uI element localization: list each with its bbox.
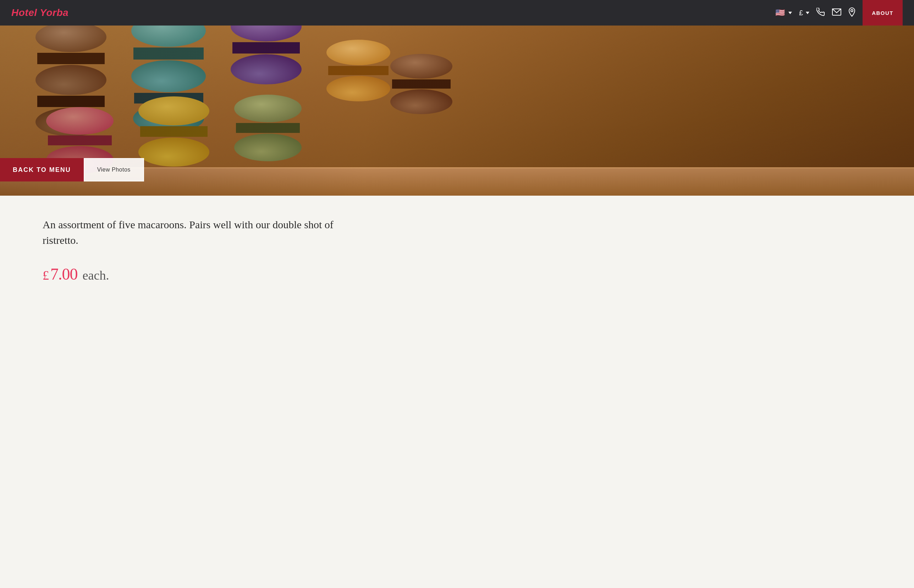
about-button[interactable]: ABOUT [862,0,903,26]
location-button[interactable] [848,7,856,18]
view-photos-button[interactable]: View Photos [84,158,144,181]
brand-logo: Hotel Yorba [11,7,68,18]
chevron-down-icon [788,12,792,14]
language-selector[interactable]: 🇺🇸 [775,8,792,17]
item-description: An assortment of five macaroons. Pairs w… [42,217,334,248]
price-amount: 7.00 [50,265,78,284]
chevron-down-icon [806,12,809,14]
phone-button[interactable] [817,8,825,18]
price-currency: £ [42,268,49,283]
price-unit: each. [83,268,109,283]
hero-buttons: BACK TO MENU View Photos [0,158,144,181]
back-to-menu-button[interactable]: BACK TO MENU [0,158,84,181]
nav-actions: 🇺🇸 £ ABOUT [775,0,903,26]
svg-point-1 [851,10,853,12]
item-content: An assortment of five macaroons. Pairs w… [0,195,914,312]
currency-selector[interactable]: £ [799,9,809,17]
currency-symbol: £ [799,9,803,17]
flag-icon: 🇺🇸 [775,8,785,17]
navbar: Hotel Yorba 🇺🇸 £ ABOUT [0,0,914,26]
mail-button[interactable] [832,8,841,17]
item-price: £ 7.00 each. [42,265,872,284]
hero-section: BACK TO MENU View Photos [0,26,914,195]
